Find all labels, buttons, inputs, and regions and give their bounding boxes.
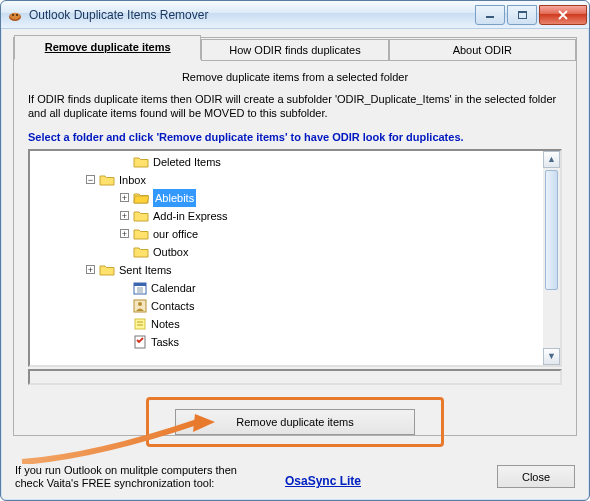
maximize-button[interactable]: [507, 5, 537, 25]
calendar-icon: [133, 281, 147, 295]
folder-icon: [133, 245, 149, 259]
folder-icon: [133, 227, 149, 241]
scrollbar-vertical[interactable]: ▲ ▼: [543, 151, 560, 365]
tree-item-label: Sent Items: [119, 261, 172, 279]
svg-point-1: [10, 12, 20, 19]
minimize-button[interactable]: [475, 5, 505, 25]
svg-rect-6: [134, 283, 146, 286]
tree-item-label: Tasks: [151, 333, 179, 351]
close-window-button[interactable]: [539, 5, 587, 25]
tab-label: About ODIR: [453, 44, 512, 56]
close-button[interactable]: Close: [497, 465, 575, 488]
app-window: Outlook Duplicate Items Remover Remove d…: [0, 0, 590, 501]
tab-remove-duplicates[interactable]: Remove duplicate items: [14, 35, 201, 60]
scroll-down-button[interactable]: ▼: [543, 348, 560, 365]
tree-item[interactable]: +Sent Items: [36, 261, 541, 279]
tree-item[interactable]: Calendar: [36, 279, 541, 297]
tree-item-label: Inbox: [119, 171, 146, 189]
tree-item[interactable]: Outbox: [36, 243, 541, 261]
folder-icon: [133, 209, 149, 223]
description-text: If ODIR finds duplicate items then ODIR …: [28, 93, 562, 121]
scroll-up-button[interactable]: ▲: [543, 151, 560, 168]
tree-item-label: Outbox: [153, 243, 188, 261]
tab-how-finds[interactable]: How ODIR finds duplicates: [201, 39, 388, 61]
expand-icon[interactable]: +: [120, 211, 129, 220]
tab-body: Remove duplicate items from a selected f…: [14, 61, 576, 459]
promo-link[interactable]: OsaSync Lite: [285, 474, 361, 490]
expand-icon[interactable]: +: [120, 193, 129, 202]
tree-item[interactable]: +Ablebits: [36, 189, 541, 207]
window-controls: [475, 5, 589, 25]
tree-item-label: Calendar: [151, 279, 196, 297]
expand-icon[interactable]: +: [120, 229, 129, 238]
folder-icon: [99, 173, 115, 187]
tree-item[interactable]: −Inbox: [36, 171, 541, 189]
folder-icon: [99, 263, 115, 277]
tree-item-label: Notes: [151, 315, 180, 333]
tree-item-label: Ablebits: [153, 189, 196, 207]
tab-label: How ODIR finds duplicates: [229, 44, 360, 56]
promo-text: If you run Outlook on mulitple computers…: [15, 464, 255, 490]
tab-panel: Remove duplicate items How ODIR finds du…: [13, 37, 577, 436]
tree-item[interactable]: Notes: [36, 315, 541, 333]
svg-point-2: [12, 14, 14, 16]
footer: If you run Outlook on mulitple computers…: [15, 464, 575, 490]
notes-icon: [133, 317, 147, 331]
tab-label: Remove duplicate items: [45, 41, 171, 53]
tree-item[interactable]: +our office: [36, 225, 541, 243]
tree-item-label: Contacts: [151, 297, 194, 315]
scroll-thumb[interactable]: [545, 170, 558, 290]
highlight-annotation: Remove duplicate items: [146, 397, 444, 447]
client-area: Remove duplicate items How ODIR finds du…: [7, 29, 583, 494]
tree-item[interactable]: Deleted Items: [36, 153, 541, 171]
status-bar: [28, 369, 562, 385]
remove-duplicates-button[interactable]: Remove duplicate items: [175, 409, 415, 435]
tree-item-label: Add-in Express: [153, 207, 228, 225]
tree-item[interactable]: Contacts: [36, 297, 541, 315]
tasks-icon: [133, 335, 147, 349]
intro-text: Remove duplicate items from a selected f…: [28, 71, 562, 83]
tree-item-label: Deleted Items: [153, 153, 221, 171]
svg-point-11: [138, 302, 142, 306]
scroll-track[interactable]: [543, 168, 560, 348]
titlebar: Outlook Duplicate Items Remover: [1, 1, 589, 29]
folder-tree-container: Deleted Items−Inbox+Ablebits+Add-in Expr…: [28, 149, 562, 367]
app-icon: [7, 7, 23, 23]
svg-rect-12: [135, 319, 145, 329]
folder-tree[interactable]: Deleted Items−Inbox+Ablebits+Add-in Expr…: [30, 151, 543, 353]
folder-icon: [133, 155, 149, 169]
maximize-icon: [518, 11, 527, 19]
tree-item[interactable]: +Add-in Express: [36, 207, 541, 225]
svg-point-3: [16, 14, 18, 16]
instruction-text: Select a folder and click 'Remove duplic…: [28, 131, 562, 143]
expand-icon[interactable]: +: [86, 265, 95, 274]
tree-item-label: our office: [153, 225, 198, 243]
window-title: Outlook Duplicate Items Remover: [29, 8, 208, 22]
tab-strip: Remove duplicate items How ODIR finds du…: [14, 37, 576, 60]
folder-open-icon: [133, 191, 149, 205]
tab-about[interactable]: About ODIR: [389, 39, 576, 61]
contacts-icon: [133, 299, 147, 313]
action-zone: Remove duplicate items: [28, 397, 562, 447]
collapse-icon[interactable]: −: [86, 175, 95, 184]
tree-item[interactable]: Tasks: [36, 333, 541, 351]
